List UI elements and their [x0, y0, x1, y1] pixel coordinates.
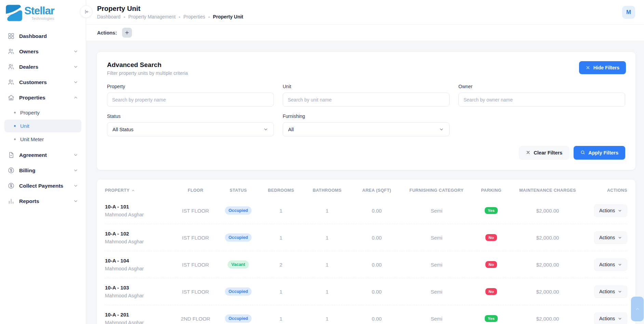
sidebar-item-unit[interactable]: Unit	[4, 120, 81, 132]
breadcrumb-item[interactable]: Property Management	[128, 14, 176, 19]
dollar-icon	[8, 167, 15, 174]
breadcrumb-item[interactable]: Properties	[183, 14, 205, 19]
floor-cell: IST FLOOR	[173, 235, 218, 241]
status-cell: Occupied	[218, 314, 259, 323]
advanced-search-card: Advanced Search Filter property units by…	[96, 52, 636, 170]
document-icon	[8, 151, 15, 159]
row-actions-label: Actions	[599, 235, 615, 240]
status-field-label: Status	[107, 113, 274, 119]
column-header-bedrooms: BEDROOMS	[259, 188, 303, 193]
area-cell: 0.00	[351, 262, 402, 268]
sidebar-item-agreement[interactable]: Agreement	[4, 148, 81, 162]
row-actions-button[interactable]: Actions	[594, 258, 627, 271]
owner-search-input[interactable]	[458, 93, 625, 107]
sidebar-collapse-button[interactable]	[80, 5, 92, 18]
table-row: 10-A - 104Mahmood AsgharIST FLOORVacant2…	[105, 251, 627, 278]
property-cell: 10-A - 104Mahmood Asghar	[105, 258, 173, 271]
sidebar-item-property[interactable]: Property	[4, 106, 81, 119]
sidebar-item-owners[interactable]: Owners	[4, 44, 81, 59]
row-actions-button[interactable]: Actions	[594, 312, 627, 324]
maintenance-cell: $2,000.00	[512, 262, 583, 268]
sidebar-item-reports[interactable]: Reports	[4, 194, 81, 208]
chevron-down-icon	[439, 127, 444, 132]
status-select[interactable]: All Status	[107, 122, 274, 136]
parking-badge: No	[485, 288, 497, 295]
unit-search-input[interactable]	[283, 93, 450, 107]
area-cell: 0.00	[351, 235, 402, 241]
title-block: Property Unit Dashboard-Property Managem…	[97, 5, 243, 19]
property-field-label: Property	[107, 84, 274, 89]
brand-tagline: Technologies	[24, 16, 54, 21]
row-actions-label: Actions	[599, 316, 615, 321]
clear-filters-label: Clear Filters	[534, 150, 562, 156]
add-unit-button[interactable]	[122, 28, 132, 38]
dollar-icon	[8, 182, 15, 189]
bathrooms-cell: 1	[303, 316, 351, 322]
bedrooms-cell: 1	[259, 289, 303, 295]
brand-logo[interactable]: Stellar Technologies	[4, 3, 81, 29]
parking-cell: No	[471, 234, 512, 241]
sidebar-item-billing[interactable]: Billing	[4, 163, 81, 178]
sidebar-item-label: Collect Payments	[19, 183, 63, 189]
apply-filters-button[interactable]: Apply Filters	[574, 146, 625, 160]
chevron-down-icon	[73, 168, 78, 173]
maintenance-cell: $2,000.00	[512, 316, 583, 322]
home-icon	[8, 94, 15, 101]
unit-field: Unit	[283, 84, 450, 107]
property-search-input[interactable]	[107, 93, 274, 107]
furnishing-select[interactable]: All	[283, 122, 450, 136]
column-header-actions: ACTIONS	[583, 188, 627, 193]
sidebar-item-unit-meter[interactable]: Unit Meter	[4, 133, 81, 146]
chevron-down-icon	[263, 127, 268, 132]
row-actions-button[interactable]: Actions	[594, 285, 627, 298]
sidebar-item-collect-payments[interactable]: Collect Payments	[4, 178, 81, 193]
scroll-to-top-button[interactable]	[631, 297, 644, 321]
advanced-search-subtitle: Filter property units by multiple criter…	[107, 70, 625, 76]
chevron-up-icon	[73, 95, 78, 100]
sidebar: Stellar Technologies DashboardOwnersDeal…	[0, 0, 86, 324]
parking-badge: No	[485, 234, 497, 241]
sidebar-item-dealers[interactable]: Dealers	[4, 59, 81, 74]
floor-cell: 2ND FLOOR	[173, 316, 218, 322]
parking-badge: No	[485, 261, 497, 268]
column-header-bathrooms: BATHROOMS	[303, 188, 351, 193]
sidebar-submenu: PropertyUnitUnit Meter	[4, 106, 81, 148]
breadcrumb-separator: -	[179, 14, 180, 19]
floor-cell: IST FLOOR	[173, 208, 218, 214]
table-row: 10-A - 201Mahmood Asghar2ND FLOOROccupie…	[105, 305, 627, 324]
owner-name: Mahmood Asghar	[105, 320, 173, 324]
users-icon	[8, 48, 15, 55]
sidebar-item-properties[interactable]: Properties	[4, 90, 81, 105]
close-icon	[526, 150, 531, 156]
row-actions-button[interactable]: Actions	[594, 231, 627, 244]
user-avatar[interactable]: M	[622, 6, 635, 19]
actions-cell: Actions	[583, 204, 627, 217]
furnishing-cell: Semi	[402, 235, 471, 241]
row-actions-label: Actions	[599, 289, 615, 294]
unit-name: 10-A - 101	[105, 204, 173, 210]
unit-name: 10-A - 201	[105, 312, 173, 318]
floor-cell: IST FLOOR	[173, 262, 218, 268]
owner-name: Mahmood Asghar	[105, 212, 173, 217]
top-bar: Property Unit Dashboard-Property Managem…	[86, 0, 644, 25]
sidebar-item-customers[interactable]: Customers	[4, 75, 81, 90]
table-row: 10-A - 103Mahmood AsgharIST FLOOROccupie…	[105, 278, 627, 305]
chevron-down-icon	[73, 183, 78, 188]
status-badge: Occupied	[225, 287, 252, 296]
status-badge: Occupied	[225, 233, 252, 242]
column-header-area-sqft: AREA (SQFT)	[351, 188, 402, 193]
property-cell: 10-A - 101Mahmood Asghar	[105, 204, 173, 217]
hide-filters-button[interactable]: Hide Filters	[579, 61, 626, 74]
maintenance-cell: $2,000.00	[512, 208, 583, 214]
row-actions-button[interactable]: Actions	[594, 204, 627, 217]
breadcrumb-item[interactable]: Dashboard	[97, 14, 121, 19]
sidebar-item-dashboard[interactable]: Dashboard	[4, 29, 81, 43]
clear-filters-button[interactable]: Clear Filters	[519, 146, 569, 160]
breadcrumb-item: Property Unit	[213, 14, 243, 19]
parking-cell: No	[471, 288, 512, 295]
column-header-property[interactable]: PROPERTY	[105, 188, 173, 193]
sidebar-nav: DashboardOwnersDealersCustomersPropertie…	[4, 29, 81, 208]
sidebar-item-label: Billing	[19, 167, 35, 174]
bathrooms-cell: 1	[303, 289, 351, 295]
chevron-down-icon	[73, 64, 78, 69]
